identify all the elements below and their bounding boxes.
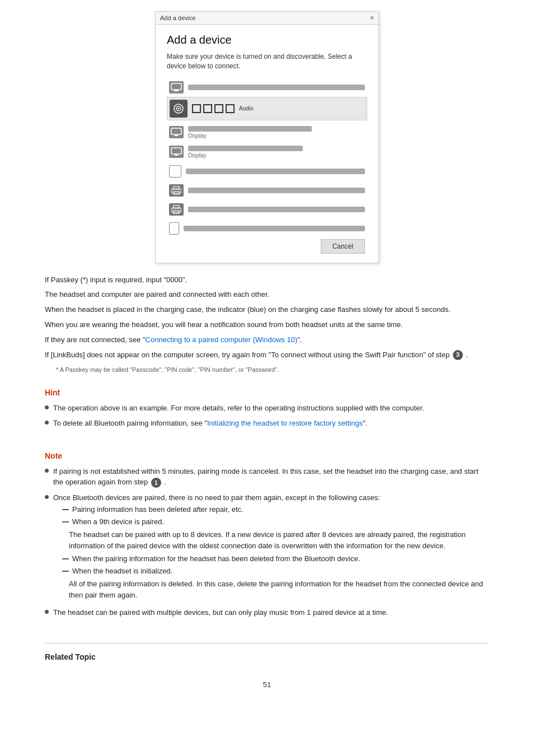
svg-rect-7 [171, 148, 181, 154]
display2-bar-group: Display [188, 146, 365, 158]
device-item-computer[interactable] [167, 78, 367, 97]
hint-section: Hint The operation above is an example. … [45, 388, 489, 442]
hint-item-1: The operation above is an example. For m… [45, 403, 489, 414]
content-line6: If [LinkBuds] does not appear on the com… [45, 349, 489, 361]
content-line3: When the headset is placed in the chargi… [45, 304, 489, 316]
device-item-audio[interactable]: Audio [167, 97, 367, 120]
hint-item-2: To delete all Bluetooth pairing informat… [45, 418, 489, 429]
phone-icon [169, 222, 179, 235]
sub-bullet-1 [62, 509, 69, 510]
note-subitem-3: When the pairing information for the hea… [62, 553, 489, 564]
audio-label: Audio [239, 105, 254, 111]
note-subitem-1: Pairing information has been deleted aft… [62, 504, 489, 515]
device-name-bar [188, 85, 365, 90]
note-item1-prefix: If pairing is not established within 5 m… [53, 467, 479, 487]
page-container: Add a device × Add a device Make sure yo… [0, 0, 534, 722]
note-subitem4-detail: All of the pairing information is delete… [69, 578, 489, 600]
svg-rect-5 [171, 128, 181, 134]
note-bullet-2 [45, 495, 49, 499]
printer-icon-1 [169, 184, 184, 197]
computer-icon [169, 81, 184, 94]
page-number: 51 [45, 680, 489, 700]
printer1-name-bar [188, 188, 365, 193]
dialog-close-button[interactable]: × [370, 14, 374, 22]
dialog-cancel-button[interactable]: Cancel [321, 239, 365, 254]
dialog-screenshot: Add a device × Add a device Make sure yo… [155, 11, 379, 263]
display1-label: Display [188, 133, 365, 139]
note-title: Note [45, 451, 489, 460]
generic-icon [169, 165, 181, 178]
content-line5-suffix: ". [297, 335, 302, 344]
note-item2-main: Once Bluetooth devices are paired, there… [53, 492, 489, 503]
svg-point-4 [178, 108, 180, 109]
device-item-display1[interactable]: Display [167, 123, 367, 142]
note-item-1-content: If pairing is not established within 5 m… [53, 466, 489, 488]
display-icon-1 [169, 126, 184, 138]
display1-name-bar [188, 126, 312, 132]
display2-label: Display [188, 152, 365, 158]
dialog-titlebar-label: Add a device [160, 15, 196, 21]
note-subitem-2: When a 9th device is paired. [62, 516, 489, 528]
device-item-printer1[interactable] [167, 181, 367, 200]
note-item-3-content: The headset can be paired with multiple … [53, 607, 489, 618]
note-section: Note If pairing is not established withi… [45, 451, 489, 632]
step-badge-1: 1 [151, 478, 161, 488]
hint-text2-prefix: To delete all Bluetooth pairing informat… [53, 419, 207, 427]
note-item-3: The headset can be paired with multiple … [45, 607, 489, 618]
svg-rect-8 [175, 155, 178, 156]
note-subitem2-detail: The headset can be paired with up to 8 d… [69, 529, 489, 551]
hint-link[interactable]: Initializing the headset to restore fact… [207, 419, 363, 427]
note-item-1: If pairing is not established within 5 m… [45, 466, 489, 488]
display-icon-2 [169, 146, 184, 158]
content-section: If Passkey (*) input is required, input … [45, 274, 489, 375]
hint-text-2: To delete all Bluetooth pairing informat… [53, 418, 367, 429]
note-subitem-4: When the headset is initialized. [62, 566, 489, 577]
content-line6-prefix: If [LinkBuds] does not appear on the com… [45, 351, 452, 359]
step-badge-3: 3 [453, 350, 463, 360]
note-bullet-3 [45, 610, 49, 614]
device-item-generic[interactable] [167, 162, 367, 181]
footnote: * A Passkey may be called "Passcode", "P… [45, 365, 489, 375]
display2-name-bar [188, 146, 303, 151]
hint-text2-suffix: ". [363, 419, 367, 427]
content-line5-prefix: If they are not connected, see " [45, 335, 146, 344]
content-line2: The headset and computer are paired and … [45, 289, 489, 301]
dialog-titlebar: Add a device × [156, 12, 378, 25]
hint-bullet-1 [45, 405, 49, 409]
sub-bullet-2 [62, 521, 69, 522]
sub-bullet-3 [62, 558, 69, 559]
dialog-body: Add a device Make sure your device is tu… [156, 25, 378, 263]
svg-rect-6 [175, 135, 178, 136]
note-subitem4-text: When the headset is initialized. [72, 566, 172, 577]
device-list: Audio Display [167, 78, 367, 235]
note-subitem2-text: When a 9th device is paired. [72, 516, 164, 528]
dialog-title: Add a device [167, 34, 367, 46]
display1-bar-group: Display [188, 126, 365, 139]
footnote-text: A Passkey may be called "Passcode", "PIN… [60, 366, 279, 373]
device-item-printer2[interactable] [167, 200, 367, 219]
content-line5: If they are not connected, see "Connecti… [45, 334, 489, 346]
content-line6-suffix: . [464, 351, 468, 359]
phone-name-bar [184, 226, 365, 231]
svg-rect-0 [171, 83, 181, 90]
footnote-symbol: * [56, 366, 58, 373]
hint-text-1: The operation above is an example. For m… [53, 403, 424, 414]
hint-bullet-2 [45, 421, 49, 424]
generic-name-bar [186, 169, 365, 174]
note-bullet-1 [45, 469, 49, 473]
device-item-display2[interactable]: Display [167, 142, 367, 162]
svg-rect-1 [174, 90, 179, 91]
content-line5-link[interactable]: Connecting to a paired computer (Windows… [146, 335, 298, 344]
related-topic-title: Related Topic [45, 643, 489, 664]
note-item-2-content: Once Bluetooth devices are paired, there… [53, 492, 489, 603]
note-item1-suffix: . [162, 478, 166, 486]
hint-title: Hint [45, 388, 489, 397]
printer2-name-bar [188, 207, 365, 212]
device-item-phone[interactable] [167, 219, 367, 235]
note-item-2: Once Bluetooth devices are paired, there… [45, 492, 489, 603]
note-subitem1-text: Pairing information has been deleted aft… [72, 504, 243, 515]
dialog-footer: Cancel [167, 235, 367, 256]
content-line1: If Passkey (*) input is required, input … [45, 274, 489, 286]
printer-icon-2 [169, 203, 184, 216]
sub-bullet-4 [62, 571, 69, 572]
